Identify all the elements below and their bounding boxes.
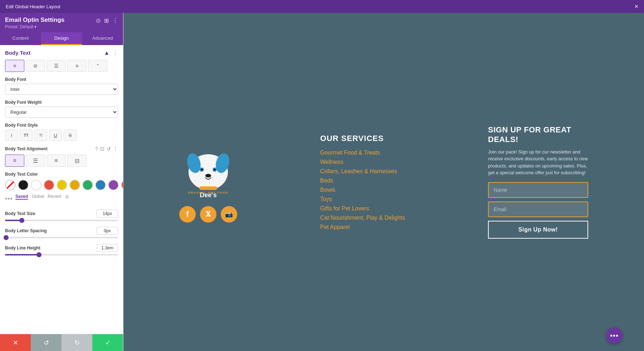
signup-button[interactable]: Sign Up Now! <box>488 221 588 239</box>
body-font-row: Body Font Inter Arial Roboto <box>5 77 118 95</box>
body-line-height-fill <box>5 254 39 255</box>
service-item-3[interactable]: Beds <box>320 177 405 184</box>
signup-name-input[interactable] <box>488 182 588 198</box>
floating-icon: ••• <box>610 332 619 340</box>
text-align-justify[interactable]: ⊟ <box>67 155 87 167</box>
social-icons: f 𝕏 📷 <box>179 206 237 223</box>
body-line-height-thumb[interactable] <box>36 252 42 257</box>
color-swatch-green[interactable] <box>82 180 93 190</box>
body-letter-spacing-track[interactable] <box>5 237 118 238</box>
color-swatch-orange[interactable] <box>69 180 80 190</box>
section-options-icon[interactable]: ⋮ <box>112 49 118 56</box>
signup-title: SIGN UP FOR GREAT DEALS! <box>488 125 588 144</box>
align-btn-none[interactable]: ⊘ <box>26 60 45 72</box>
section-collapse-icon[interactable]: ▲ <box>104 50 109 56</box>
more-colors-icon[interactable]: ••• <box>5 195 13 203</box>
signup-email-input[interactable] <box>488 201 588 217</box>
panel-preset[interactable]: Preset: Default ▾ <box>5 24 64 29</box>
tab-content[interactable]: Content <box>0 32 41 45</box>
redo-button[interactable]: ↻ <box>62 334 92 351</box>
color-swatch-purple[interactable] <box>108 180 119 190</box>
body-text-size-input[interactable] <box>97 210 118 218</box>
text-align-right[interactable]: ≡ <box>47 155 66 167</box>
body-line-height-track[interactable] <box>5 254 118 255</box>
panel-icon-layout[interactable]: ⊞ <box>104 17 109 24</box>
instagram-icon[interactable]: 📷 <box>221 206 237 223</box>
body-font-label: Body Font <box>5 77 118 82</box>
service-item-5[interactable]: Toys <box>320 196 405 203</box>
color-swatch-white[interactable] <box>31 180 42 190</box>
panel-icon-menu[interactable]: ⋮ <box>112 17 118 24</box>
align-btn-right[interactable]: ≡ <box>67 60 87 72</box>
body-font-select[interactable]: Inter Arial Roboto <box>5 84 118 95</box>
body-font-style-row: Body Font Style I TT Tt U S <box>5 123 118 141</box>
align-btn-left[interactable]: ≡ <box>5 60 24 72</box>
panel-icon-target[interactable]: ⊙ <box>96 17 101 24</box>
undo-button[interactable]: ↺ <box>31 334 62 351</box>
save-button[interactable]: ✓ <box>92 334 123 351</box>
align-btn-quote[interactable]: " <box>88 60 107 72</box>
color-swatch-yellow[interactable] <box>57 180 67 190</box>
tab-design[interactable]: Design <box>41 32 82 45</box>
facebook-icon[interactable]: f <box>179 206 196 223</box>
text-align-center[interactable]: ☰ <box>26 155 45 167</box>
color-settings-icon[interactable]: ⚙ <box>65 194 69 200</box>
service-item-1[interactable]: Wellness <box>320 159 405 165</box>
svg-point-7 <box>205 174 211 177</box>
color-swatch-black[interactable] <box>18 180 29 190</box>
signup-description: Join our pack! Sign up for our newslette… <box>488 148 588 176</box>
slider-spacing-header: Body Letter Spacing <box>5 227 118 235</box>
body-font-weight-label: Body Font Weight <box>5 100 118 105</box>
body-text-size-track[interactable] <box>5 220 118 221</box>
signup-section: SIGN UP FOR GREAT DEALS! Join our pack! … <box>488 125 588 239</box>
more-icon[interactable]: ⋮ <box>113 146 118 152</box>
right-content: Dee's ORGANIC PET FOOD f 𝕏 📷 OUR SERVICE… <box>123 13 644 351</box>
color-swatch-picker[interactable] <box>121 180 123 190</box>
color-tab-saved[interactable]: Saved <box>15 194 28 200</box>
help-icon[interactable]: ? <box>95 146 98 152</box>
align-btn-center[interactable]: ☰ <box>47 60 66 72</box>
service-item-0[interactable]: Gourmet Food & Treats <box>320 150 405 156</box>
text-align-left[interactable]: ≡ <box>5 155 24 167</box>
reset-icon[interactable]: ↺ <box>107 146 111 152</box>
services-section: OUR SERVICES Gourmet Food & Treats Welln… <box>320 134 405 230</box>
service-item-8[interactable]: Pet Apparel <box>320 224 405 230</box>
color-swatch-red[interactable] <box>44 180 54 190</box>
style-btn-underline[interactable]: U <box>49 130 62 141</box>
floating-action-button[interactable]: ••• <box>606 327 623 344</box>
text-align-header: Body Text Alignment ? ⊡ ↺ ⋮ <box>5 146 118 152</box>
service-item-6[interactable]: Gifts for Pet Lovers <box>320 205 405 212</box>
body-text-size-thumb[interactable] <box>19 218 24 223</box>
cancel-button[interactable]: ✕ <box>0 334 31 351</box>
redo-icon: ↻ <box>74 339 80 347</box>
body-letter-spacing-input[interactable] <box>97 227 118 235</box>
service-item-2[interactable]: Collars, Leashes & Harnesses <box>320 168 405 175</box>
style-btn-italic[interactable]: I <box>5 130 18 141</box>
panel-header: Email Optin Settings Preset: Default ▾ ⊙… <box>0 13 123 32</box>
panel-tabs: Content Design Advanced <box>0 32 123 45</box>
service-item-4[interactable]: Bowls <box>320 187 405 193</box>
body-line-height-row: Body Line Height <box>5 244 118 255</box>
twitter-x-icon[interactable]: 𝕏 <box>200 206 216 223</box>
panel-title: Email Optin Settings <box>5 16 64 24</box>
body-letter-spacing-row: Body Letter Spacing <box>5 227 118 238</box>
color-swatch-transparent[interactable] <box>5 180 16 190</box>
section-header: Body Text ▲ ⋮ <box>5 49 118 56</box>
color-tab-recent[interactable]: Recent <box>48 194 61 200</box>
color-tab-global[interactable]: Global <box>31 194 44 200</box>
service-item-7[interactable]: Cat Nourishment, Play & Delights <box>320 215 405 221</box>
body-line-height-input[interactable] <box>97 244 118 252</box>
body-text-color-section: Body Text Color ••• Saved <box>5 172 118 205</box>
body-font-weight-select[interactable]: Regular Bold Light <box>5 107 118 118</box>
close-icon[interactable]: × <box>634 3 638 10</box>
section-title: Body Text <box>5 50 30 56</box>
style-btn-capitalize[interactable]: Tt <box>34 130 47 141</box>
format-align-row: ≡ ⊘ ☰ ≡ " <box>5 60 118 72</box>
style-btn-uppercase[interactable]: TT <box>20 130 33 141</box>
responsive-icon[interactable]: ⊡ <box>100 146 104 152</box>
tab-advanced[interactable]: Advanced <box>82 32 123 45</box>
style-btn-strikethrough[interactable]: S <box>64 130 77 141</box>
svg-rect-8 <box>199 186 217 190</box>
body-letter-spacing-thumb[interactable] <box>4 235 9 240</box>
color-swatch-blue[interactable] <box>95 180 106 190</box>
